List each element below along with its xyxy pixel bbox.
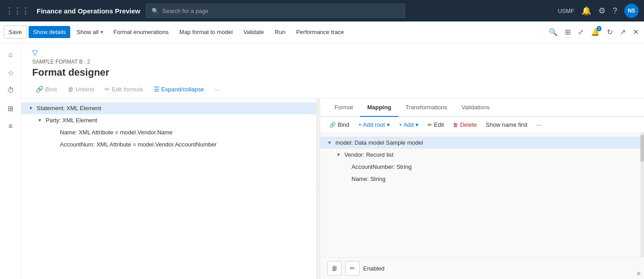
tree-label: Name: XML Attribute = model.Vendor.Name <box>60 129 173 136</box>
main-layout: ⌂ ☆ ⏱ ⊞ ≡ ▽ SAMPLE FORMAT B : 2 Format d… <box>0 43 644 279</box>
right-bottom: 🗑 ✏ Enabled <box>320 257 644 279</box>
top-nav: ⋮⋮⋮ Finance and Operations Preview 🔍 Sea… <box>0 0 644 21</box>
search-bar[interactable]: 🔍 Search for a page <box>146 4 405 18</box>
home-icon[interactable]: ⌂ <box>3 47 19 63</box>
badge-icon[interactable]: 🔔 0 <box>589 26 602 38</box>
save-button[interactable]: Save <box>4 26 27 39</box>
right-bottom-wrapper: 🗑 ✏ Enabled <box>320 257 644 279</box>
app-title: Finance and Operations Preview <box>37 7 140 15</box>
scrollbar-thumb[interactable] <box>640 135 644 162</box>
show-all-button[interactable]: Show all ▾ <box>72 26 107 38</box>
open-new-icon[interactable]: ↗ <box>618 26 627 38</box>
right-tree-label: Vendor: Record list <box>344 151 394 158</box>
sub-toolbar: 🔗 Bind 🗑 Unbind ✏ Edit formula ☰ Expand/… <box>32 84 633 98</box>
unbind-button[interactable]: 🗑 Unbind <box>64 84 97 94</box>
page-title: Format designer <box>32 67 633 78</box>
tab-validations[interactable]: Validations <box>454 99 497 117</box>
show-name-first-button[interactable]: Show name first <box>482 120 531 130</box>
app-grid-icon[interactable]: ⋮⋮⋮ <box>5 6 30 16</box>
right-tree-arrow: ▼ <box>327 140 332 145</box>
scrollbar-track[interactable] <box>640 133 644 257</box>
split-pane: ▼ Statement: XML Element ▼ Party: XML El… <box>21 99 644 279</box>
right-tree-label: model: Data model Sample model <box>335 139 423 146</box>
expand-collapse-button[interactable]: ☰ Expand/collapse <box>150 84 208 94</box>
edit-item-button[interactable]: ✏ <box>345 261 360 275</box>
right-tree-row[interactable]: ▼ model: Data model Sample model <box>320 137 644 149</box>
right-tree-row[interactable]: AccountNumber: String <box>320 161 644 173</box>
bind-button[interactable]: 🔗 Bind <box>32 84 60 94</box>
app-switcher-icon[interactable]: ⊞ <box>563 26 572 38</box>
expand-icon[interactable]: ⤢ <box>576 26 585 38</box>
filter-icon[interactable]: ▽ <box>32 48 38 57</box>
tree-row[interactable]: ▼ Party: XML Element <box>21 114 316 126</box>
breadcrumb: SAMPLE FORMAT B : 2 <box>32 59 633 65</box>
tree-arrow: ▼ <box>38 118 42 123</box>
right-tree-arrow: ▼ <box>336 152 341 157</box>
settings-icon[interactable]: ⚙ <box>598 6 606 16</box>
list-icon[interactable]: ≡ <box>3 118 19 134</box>
format-enumerations-button[interactable]: Format enumerations <box>109 26 174 38</box>
star-icon[interactable]: ☆ <box>3 64 19 81</box>
workspace-icon[interactable]: ⊞ <box>3 100 19 116</box>
tree-label: AccountNum: XML Attribute = model.Vendor… <box>60 141 216 148</box>
edit-formula-button[interactable]: ✏ Edit formula <box>101 84 146 94</box>
performance-trace-button[interactable]: Performance trace <box>292 26 348 38</box>
tree-row[interactable]: AccountNum: XML Attribute = model.Vendor… <box>21 138 316 150</box>
toolbar: Save Show details Show all ▾ Format enum… <box>0 21 644 43</box>
tree-label: Statement: XML Element <box>37 105 101 112</box>
tree-row[interactable]: ▼ Statement: XML Element <box>21 102 316 114</box>
right-more-button[interactable]: ··· <box>533 120 545 130</box>
delete-item-button[interactable]: 🗑 <box>327 261 342 275</box>
sidebar-icons: ⌂ ☆ ⏱ ⊞ ≡ <box>0 43 21 279</box>
add-button[interactable]: + Add ▾ <box>395 120 423 130</box>
right-bind-button[interactable]: 🔗 Bind <box>326 120 353 130</box>
left-pane: ▼ Statement: XML Element ▼ Party: XML El… <box>21 99 317 279</box>
right-tree-row[interactable]: ▼ Vendor: Record list <box>320 149 644 161</box>
avatar[interactable]: NS <box>624 4 639 18</box>
bell-icon[interactable]: 🔔 <box>581 6 591 16</box>
right-tree-label: AccountNumber: String <box>352 163 411 170</box>
help-icon[interactable]: ? <box>613 6 617 16</box>
search-icon: 🔍 <box>152 8 159 14</box>
right-tree-row[interactable]: Name: String <box>320 173 644 185</box>
tree-row[interactable]: Name: XML Attribute = model.Vendor.Name <box>21 126 316 138</box>
search-placeholder: Search for a page <box>162 8 208 14</box>
resize-dot <box>637 272 640 275</box>
page-header: ▽ SAMPLE FORMAT B : 2 Format designer 🔗 … <box>21 43 644 99</box>
edit-button[interactable]: ✏ Edit <box>424 120 447 130</box>
tab-transformations[interactable]: Transformations <box>398 99 454 117</box>
pane-divider[interactable]: ⋮ <box>317 99 320 279</box>
close-icon[interactable]: ✕ <box>631 26 640 38</box>
nav-right: USMF 🔔 ⚙ ? NS <box>558 4 639 18</box>
add-root-button[interactable]: + Add root ▾ <box>355 120 394 130</box>
more-options-button[interactable]: ··· <box>211 84 223 94</box>
search-toolbar-icon[interactable]: 🔍 <box>547 26 559 38</box>
right-toolbar: 🔗 Bind + Add root ▾ + Add ▾ ✏ Edit <box>320 117 644 133</box>
toolbar-right: 🔍 ⊞ ⤢ 🔔 0 ↻ ↗ ✕ <box>547 26 640 38</box>
tree-arrow: ▼ <box>29 106 33 111</box>
run-button[interactable]: Run <box>270 26 290 38</box>
enabled-label: Enabled <box>363 265 385 272</box>
refresh-icon[interactable]: ↻ <box>605 26 614 38</box>
content-area: ▽ SAMPLE FORMAT B : 2 Format designer 🔗 … <box>21 43 644 279</box>
recent-icon[interactable]: ⏱ <box>3 82 19 99</box>
tab-format[interactable]: Format <box>327 99 360 117</box>
right-pane: Format Mapping Transformations Validatio… <box>320 99 644 279</box>
right-tree: ▼ model: Data model Sample model ▼ Vendo… <box>320 133 644 257</box>
tab-mapping[interactable]: Mapping <box>360 99 398 117</box>
org-label: USMF <box>558 8 574 14</box>
right-pane-tabs: Format Mapping Transformations Validatio… <box>320 99 644 117</box>
tree-label: Party: XML Element <box>46 117 97 124</box>
show-details-button[interactable]: Show details <box>29 26 71 38</box>
validate-button[interactable]: Validate <box>239 26 268 38</box>
right-tree-label: Name: String <box>352 176 386 182</box>
filter-toolbar: ▽ <box>32 48 633 59</box>
delete-button[interactable]: 🗑 Delete <box>449 120 481 130</box>
map-format-to-model-button[interactable]: Map format to model <box>175 26 237 38</box>
